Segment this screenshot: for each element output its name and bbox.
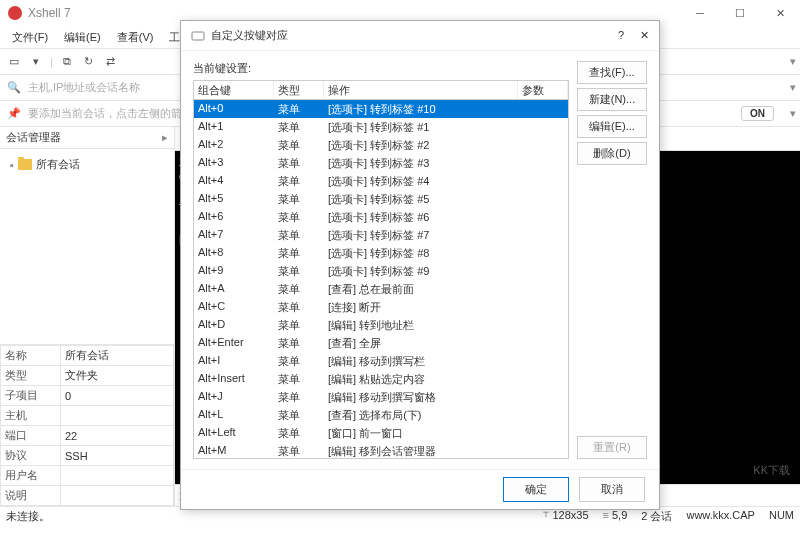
search-icon[interactable]: 🔍 [6,80,22,96]
close-panel-icon[interactable]: ▸ [162,131,168,144]
list-label: 当前键设置: [193,61,569,76]
property-row: 用户名 [1,466,174,486]
keymap-row[interactable]: Alt+I菜单[编辑] 移动到撰写栏 [194,352,568,370]
address-placeholder[interactable]: 主机,IP地址或会话名称 [28,80,140,95]
new-session-icon[interactable]: ▭ [6,54,22,70]
cancel-button[interactable]: 取消 [579,477,645,502]
prop-key: 用户名 [1,466,61,486]
keymap-row[interactable]: Alt+J菜单[编辑] 移动到撰写窗格 [194,388,568,406]
minimize-button[interactable]: ─ [680,0,720,26]
keymap-row[interactable]: Alt+6菜单[选项卡] 转到标签 #6 [194,208,568,226]
property-row: 端口22 [1,426,174,446]
app-title: Xshell 7 [28,6,71,20]
keymap-row[interactable]: Alt+2菜单[选项卡] 转到标签 #2 [194,136,568,154]
keymap-row[interactable]: Alt+3菜单[选项卡] 转到标签 #3 [194,154,568,172]
status-cap: www.kkx.CAP [686,509,754,524]
prop-val [61,406,174,426]
ok-button[interactable]: 确定 [503,477,569,502]
prop-val: 所有会话 [61,346,174,366]
menu-file[interactable]: 文件(F) [4,28,56,47]
help-button[interactable]: ? [618,29,624,42]
keymap-row[interactable]: Alt+0菜单[选项卡] 转到标签 #10 [194,100,568,118]
reconnect-icon[interactable]: ↻ [81,54,97,70]
prop-key: 端口 [1,426,61,446]
dialog-icon [191,29,205,43]
dialog-close-button[interactable]: ✕ [640,29,649,42]
sidebar: 会话管理器 ▸ ▪ 所有会话 名称所有会话类型文件夹子项目0主机端口22协议SS… [0,127,175,506]
col-type[interactable]: 类型 [274,81,324,99]
keymap-row[interactable]: Alt+M菜单[编辑] 移到会话管理器 [194,442,568,459]
collapse-icon[interactable]: ▾ [790,81,796,94]
prop-val: 22 [61,426,174,446]
find-button[interactable]: 查找(F)... [577,61,647,84]
pin-icon[interactable]: 📌 [6,106,22,122]
prop-key: 子项目 [1,386,61,406]
prop-key: 类型 [1,366,61,386]
dropdown-icon[interactable]: ▾ [28,54,44,70]
tree-root[interactable]: ▪ 所有会话 [6,155,168,174]
col-action[interactable]: 操作 [324,81,518,99]
menu-view[interactable]: 查看(V) [109,28,162,47]
keymap-row[interactable]: Alt+Insert菜单[编辑] 粘贴选定内容 [194,370,568,388]
prop-key: 主机 [1,406,61,426]
keymap-row[interactable]: Alt+A菜单[查看] 总在最前面 [194,280,568,298]
dialog-titlebar: 自定义按键对应 ? ✕ [181,21,659,51]
folder-icon [18,159,32,170]
keymap-list[interactable]: Alt+0菜单[选项卡] 转到标签 #10Alt+1菜单[选项卡] 转到标签 #… [193,100,569,459]
keymap-row[interactable]: Alt+Left菜单[窗口] 前一窗口 [194,424,568,442]
dialog-footer: 确定 取消 [181,469,659,509]
svg-rect-0 [192,32,204,40]
keymap-row[interactable]: Alt+Enter菜单[查看] 全屏 [194,334,568,352]
session-manager-tab[interactable]: 会话管理器 ▸ [0,127,174,149]
prop-val [61,466,174,486]
keymap-row[interactable]: Alt+D菜单[编辑] 转到地址栏 [194,316,568,334]
prop-val: 0 [61,386,174,406]
close-button[interactable]: ✕ [760,0,800,26]
menu-edit[interactable]: 编辑(E) [56,28,109,47]
keymap-dialog: 自定义按键对应 ? ✕ 当前键设置: 组合键 类型 操作 参数 Alt+0菜单[… [180,20,660,510]
list-header: 组合键 类型 操作 参数 [193,80,569,100]
keymap-row[interactable]: Alt+L菜单[查看] 选择布局(下) [194,406,568,424]
col-key[interactable]: 组合键 [194,81,274,99]
prop-key: 协议 [1,446,61,466]
dialog-title: 自定义按键对应 [211,28,288,43]
watermark: KK下载 [753,463,790,478]
col-param[interactable]: 参数 [518,81,568,99]
property-row: 说明 [1,486,174,506]
property-row: 类型文件夹 [1,366,174,386]
prop-val: SSH [61,446,174,466]
copy-icon[interactable]: ⧉ [59,54,75,70]
keymap-row[interactable]: Alt+1菜单[选项卡] 转到标签 #1 [194,118,568,136]
reset-button: 重置(R) [577,436,647,459]
maximize-button[interactable]: ☐ [720,0,760,26]
expand-icon[interactable]: ▪ [10,159,14,171]
property-row: 主机 [1,406,174,426]
status-size: ⸆ 128x35 [543,509,588,524]
edit-button[interactable]: 编辑(E)... [577,115,647,138]
session-manager-label: 会话管理器 [6,130,61,145]
collapse-icon[interactable]: ▾ [790,107,796,120]
new-button[interactable]: 新建(N)... [577,88,647,111]
keymap-row[interactable]: Alt+9菜单[选项卡] 转到标签 #9 [194,262,568,280]
prop-key: 名称 [1,346,61,366]
toggle-button[interactable]: ON [741,106,774,121]
delete-button[interactable]: 删除(D) [577,142,647,165]
keymap-row[interactable]: Alt+8菜单[选项卡] 转到标签 #8 [194,244,568,262]
session-tree[interactable]: ▪ 所有会话 [0,149,174,344]
status-num: NUM [769,509,794,524]
status-sessions: 2 会话 [641,509,672,524]
collapse-icon[interactable]: ▾ [790,55,796,68]
keymap-row[interactable]: Alt+4菜单[选项卡] 转到标签 #4 [194,172,568,190]
property-row: 协议SSH [1,446,174,466]
keymap-row[interactable]: Alt+7菜单[选项卡] 转到标签 #7 [194,226,568,244]
property-row: 子项目0 [1,386,174,406]
properties-panel: 名称所有会话类型文件夹子项目0主机端口22协议SSH用户名说明 [0,344,174,506]
status-connection: 未连接。 [6,509,50,524]
prop-val [61,486,174,506]
keymap-row[interactable]: Alt+5菜单[选项卡] 转到标签 #5 [194,190,568,208]
keymap-row[interactable]: Alt+C菜单[连接] 断开 [194,298,568,316]
app-logo-icon [8,6,22,20]
prop-val: 文件夹 [61,366,174,386]
status-cursor: ≡ 5,9 [603,509,628,524]
transfer-icon[interactable]: ⇄ [103,54,119,70]
